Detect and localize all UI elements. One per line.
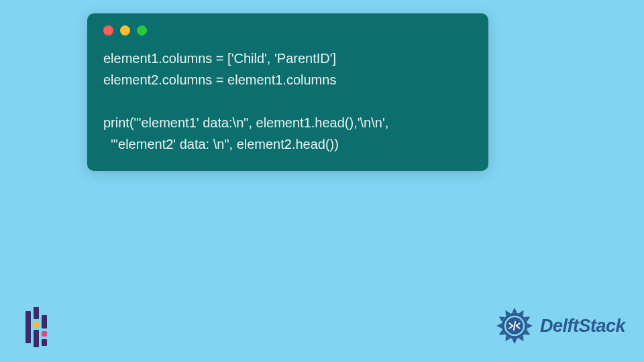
code-line: element2.columns = element1.columns [103,72,336,87]
brand-name: DelftStack [540,316,625,337]
minimize-icon [120,25,130,36]
window-controls [103,25,472,36]
code-line: element1.columns = ['Child', 'ParentID'] [103,51,336,66]
code-window: element1.columns = ['Child', 'ParentID']… [87,13,488,171]
close-icon [103,25,113,36]
maximize-icon [137,25,147,36]
code-block: element1.columns = ['Child', 'ParentID']… [103,48,472,155]
brand-mark-icon [25,307,52,347]
brand-logo: DelftStack [493,304,625,347]
code-line: "'element2' data: \n", element2.head()) [103,137,339,152]
code-line: print("'element1' data:\n", element1.hea… [103,115,388,130]
gear-icon [493,304,536,347]
